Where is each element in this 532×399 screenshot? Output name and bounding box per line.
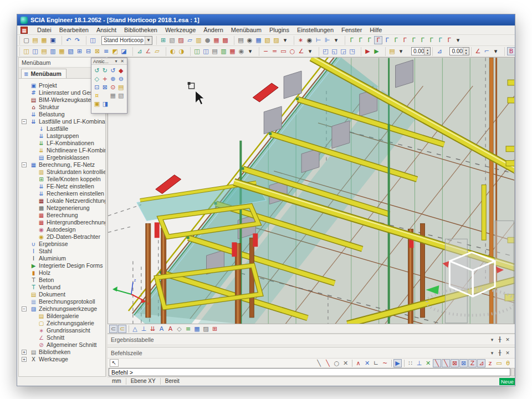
loadcase-display-6-button[interactable]: Γ [392, 36, 400, 44]
close-window-button[interactable]: ▦ [228, 47, 237, 55]
project-combo[interactable]: Stand Horticoop 20▼ [101, 36, 152, 45]
clip-plane-button[interactable]: ⊿ [135, 47, 144, 55]
spinner-arrows-icon[interactable]: ▴▾ [463, 48, 469, 55]
sidebar-item-schnitt[interactable]: ∠Schnitt [19, 334, 105, 341]
sidebar-item-bildergalerie[interactable]: ▤Bildergalerie [19, 313, 105, 320]
view-palette-titlebar[interactable]: Ansic... ▾ ✕ [91, 58, 127, 65]
ortho-mode-button[interactable]: ⊥ [415, 359, 423, 367]
palette-chevron-down-icon[interactable]: ▾ [113, 59, 119, 64]
results-close-icon[interactable]: ✕ [504, 336, 511, 343]
command-close-icon[interactable]: ✕ [504, 349, 511, 356]
sidebar-item-lastfaelle-lf-kombinationen[interactable]: −⇊Lastfälle und LF-Kombinationen [19, 118, 105, 125]
snap-intersect-button[interactable]: ✕ [363, 359, 371, 367]
render-filled-button[interactable]: ▦ [193, 325, 201, 333]
draw-offset-button[interactable]: ═ [270, 47, 279, 55]
menu-werkzeuge[interactable]: Werkzeuge [161, 26, 200, 34]
snap-step-button[interactable]: ⊿ [435, 47, 443, 55]
sidebar-item-berechnung[interactable]: ▦Berechnung [19, 212, 105, 219]
filter-activity-button[interactable]: ▧ [66, 47, 75, 55]
show-surfaces-button[interactable]: ◇ [175, 325, 183, 333]
move-button[interactable]: ◰ [321, 47, 330, 55]
ucs-more-button[interactable]: ▾ [492, 47, 500, 55]
axonometric-view-button[interactable]: ◇ [93, 75, 101, 83]
copy-view-button[interactable]: ◫ [193, 47, 201, 55]
isometric-view-button[interactable]: ◆ [117, 66, 125, 74]
command-chevron-down-icon[interactable]: ▾ [488, 349, 496, 356]
show-nodes-button[interactable]: △ [131, 325, 139, 333]
folder-more-button[interactable]: ▾ [397, 47, 405, 55]
snap-tangent-button[interactable]: ~ [381, 359, 389, 367]
draw-circle-button[interactable]: ○ [288, 47, 296, 55]
new-project-button[interactable]: ▢ [22, 36, 30, 44]
search-button[interactable]: ◉ [245, 36, 254, 44]
picture-2-button[interactable]: ▧ [117, 91, 125, 99]
document-more-button[interactable]: ▾ [281, 36, 289, 44]
sidebar-item-zeichnungsgalerie[interactable]: ▢Zeichnungsgalerie [19, 320, 105, 327]
project-link-button[interactable]: ⊞ [159, 36, 167, 44]
menu-men-baum[interactable]: Menübaum [227, 26, 265, 34]
ergebnisstabelle-panel-header[interactable]: Ergebnisstabelle ▾ ╂ ✕ [108, 334, 515, 345]
pan-view-button[interactable]: + [101, 75, 109, 83]
cursor-select-button[interactable]: ▶ [393, 359, 402, 367]
show-model-data-button[interactable]: ▨ [177, 36, 185, 44]
menu-bibliotheken[interactable]: Bibliotheken [120, 26, 161, 34]
model-grid-button[interactable]: ⊞ [211, 325, 219, 333]
zoom-out-button[interactable]: ⊖ [117, 75, 125, 83]
view-gallery-button[interactable]: ▤ [117, 83, 125, 91]
command-pin-icon[interactable]: ╂ [496, 349, 504, 356]
snap-ruler-button[interactable]: ▭ [495, 359, 503, 367]
picture-1-button[interactable]: ▦ [109, 91, 117, 99]
new-window-button[interactable]: ▥ [219, 47, 228, 55]
label-display-1-button[interactable]: B [507, 47, 515, 55]
mesh-node-button[interactable]: ● [203, 36, 212, 44]
render-mode-button[interactable]: ◉ [237, 47, 245, 55]
results-pin-icon[interactable]: ╂ [496, 336, 504, 343]
sidebar-item-holz[interactable]: ▮Holz [19, 269, 105, 277]
collapse-icon[interactable]: − [22, 306, 27, 311]
snap-setting-7-button[interactable]: z [486, 359, 494, 367]
link-paperclip-2-button[interactable]: ⊂ [118, 325, 126, 333]
status-badge[interactable]: Neue [499, 378, 515, 385]
spinner-arrows-icon[interactable]: ▴▾ [424, 48, 430, 55]
print-button[interactable]: ▤ [237, 36, 245, 44]
show-loads-button[interactable]: ⇊ [149, 325, 157, 333]
status-units[interactable]: mm [108, 378, 126, 385]
draw-angle-button[interactable]: ∠ [297, 47, 305, 55]
sidebar-item-werkzeuge[interactable]: +XWerkzeuge [19, 356, 105, 363]
command-cursor-icon[interactable]: ↖ [110, 359, 119, 367]
sidebar-item-beton[interactable]: TBeton [19, 277, 105, 284]
sidebar-item-dokument[interactable]: ▤Dokument [19, 291, 105, 298]
label-abc-2-button[interactable]: A [166, 325, 175, 333]
rotate-view-2-button[interactable]: ↻ [101, 66, 109, 74]
sidebar-item-verbund[interactable]: TVerbund [19, 284, 105, 291]
clip-reset-button[interactable]: ▱ [153, 47, 161, 55]
ucs-button[interactable]: ⌐ [483, 47, 491, 55]
sidebar-item-lastgruppen[interactable]: ⇊Lastgruppen [19, 132, 105, 140]
measure-1-button[interactable]: ⊢ [314, 36, 323, 44]
loadcase-display-1-button[interactable]: Γ [347, 36, 356, 44]
sidebar-item-teile-knoten-koppeln[interactable]: ⊞Teile/Knoten koppeln [19, 176, 105, 183]
sidebar-item-fe-netz-einstellen[interactable]: ⇊FE-Netz einstellen [19, 183, 105, 190]
command-resize-gutter[interactable] [511, 368, 515, 376]
combo-chevron-down-icon[interactable]: ▼ [145, 37, 152, 44]
render-section-button[interactable]: ▨ [202, 325, 210, 333]
loadcase-display-5-button[interactable]: Γ [383, 36, 391, 44]
fly-mode-red-button[interactable]: ▶ [364, 47, 372, 55]
sidebar-item-zeichnungswerkzeuge[interactable]: −▨Zeichnungswerkzeuge [19, 305, 105, 313]
calculator-button[interactable]: ▦ [254, 36, 263, 44]
sidebar-item-2d-daten-betrachter[interactable]: ◉2D-Daten-Betrachter [19, 233, 105, 241]
save-all-button[interactable]: ▦ [40, 36, 48, 44]
snap-vertex-button[interactable]: ∧ [354, 359, 362, 367]
select-previous-button[interactable]: ≡ [102, 47, 110, 55]
value-spinner[interactable]: 0.00▴▾ [449, 47, 469, 55]
expand-icon[interactable]: + [22, 357, 27, 362]
visibility-members-button[interactable]: ◫ [22, 47, 30, 55]
sidebar-item-lastfaelle[interactable]: ↓Lastfälle [19, 125, 105, 132]
view-more-button[interactable]: ▾ [246, 47, 254, 55]
loadcase-display-more-button[interactable]: ▾ [454, 36, 462, 44]
snap-setting-2-button[interactable]: ╲ [442, 359, 450, 367]
rotate-button[interactable]: ◲ [339, 47, 347, 55]
menu-datei[interactable]: Datei [33, 26, 55, 34]
loadcase-display-11-button[interactable]: Γ [436, 36, 444, 44]
sidebar-item-ergebnisse[interactable]: ∪Ergebnisse [19, 241, 105, 248]
